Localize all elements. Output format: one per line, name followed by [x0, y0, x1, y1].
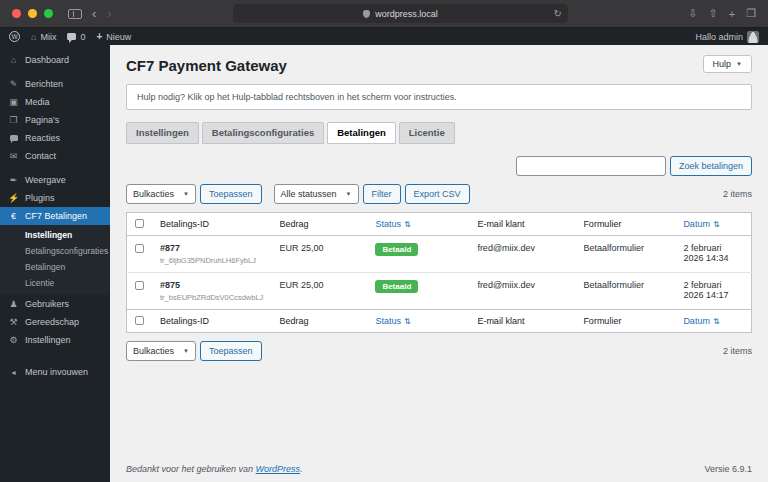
new-content-menu[interactable]: + Nieuw: [96, 31, 131, 42]
tab-betalingen[interactable]: Betalingen: [327, 122, 396, 144]
column-header-betalings-id: Betalings-ID: [152, 213, 271, 236]
payment-id[interactable]: #875: [160, 280, 263, 290]
payment-date: 2 februari 2026 14:17: [675, 273, 751, 310]
sidebar-item-label: Dashboard: [25, 55, 69, 65]
sidebar-item-media[interactable]: Media: [0, 93, 110, 111]
sidebar-item-instellingen[interactable]: Instellingen: [0, 331, 110, 349]
submenu-item-instellingen[interactable]: Instellingen: [0, 227, 110, 243]
tab-overview-icon[interactable]: ❐: [746, 7, 756, 20]
my-account-menu[interactable]: Hallo admin: [695, 31, 759, 43]
site-name-label: Miix: [40, 32, 56, 42]
row-checkbox[interactable]: [135, 244, 144, 253]
column-header-status[interactable]: Status⇅: [367, 213, 469, 236]
column-header-bedrag: Bedrag: [271, 213, 367, 236]
customer-email: fred@miix.dev: [469, 273, 575, 310]
share-icon[interactable]: ⇧: [708, 7, 717, 20]
close-window-button[interactable]: [12, 9, 21, 18]
items-count-bottom: 2 items: [723, 346, 752, 356]
plus-icon: +: [96, 31, 102, 42]
settings-tabs: Instellingen Betalingsconfiguraties Beta…: [126, 122, 752, 144]
chevron-down-icon: ▼: [346, 191, 352, 197]
sidebar-item-cf7-betalingen[interactable]: CF7 Betalingen: [0, 207, 110, 225]
wordpress-link[interactable]: WordPress: [256, 464, 301, 474]
search-submit-button[interactable]: Zoek betalingen: [670, 156, 752, 176]
address-bar[interactable]: wordpress.local ↻: [233, 4, 568, 23]
export-csv-button[interactable]: Export CSV: [405, 184, 470, 204]
comments-menu[interactable]: 0: [67, 32, 85, 42]
search-input[interactable]: [516, 156, 666, 176]
tab-betalingsconfiguraties[interactable]: Betalingsconfiguraties: [202, 122, 324, 144]
bulk-actions-label: Bulkacties: [133, 189, 174, 199]
help-menu-button[interactable]: Hulp ▼: [703, 55, 752, 73]
fullscreen-window-button[interactable]: [44, 9, 53, 18]
dashboard-icon: [8, 55, 19, 65]
transaction-id: tr_6tjbG35PNDruhLH6FybLJ: [160, 256, 263, 265]
sidebar-item-paginas[interactable]: Pagina's: [0, 111, 110, 129]
sort-icon: ⇅: [713, 317, 720, 326]
select-all-checkbox[interactable]: [135, 219, 144, 228]
column-header-datum[interactable]: Datum⇅: [675, 213, 751, 236]
footer-thanks-suffix: .: [300, 464, 303, 474]
sidebar-item-label: Weergave: [25, 175, 66, 185]
payment-id[interactable]: #877: [160, 243, 263, 253]
submenu-item-betalingsconfiguraties[interactable]: Betalingsconfiguraties: [0, 243, 110, 259]
sidebar-item-reacties[interactable]: Reacties: [0, 129, 110, 147]
payments-icon: [8, 211, 19, 221]
back-button[interactable]: ‹: [91, 7, 97, 20]
bulk-actions-select-bottom[interactable]: Bulkacties ▼: [126, 341, 196, 361]
media-icon: [8, 97, 19, 107]
apply-button[interactable]: Toepassen: [200, 184, 262, 204]
sidebar-item-plugins[interactable]: Plugins: [0, 189, 110, 207]
sidebar-item-label: Plugins: [25, 193, 55, 203]
status-badge: Betaald: [375, 243, 418, 256]
browser-sidebar-toggle-icon[interactable]: [68, 9, 82, 19]
sidebar-item-weergave[interactable]: Weergave: [0, 171, 110, 189]
collapse-menu-label: Menu invouwen: [25, 367, 88, 377]
minimize-window-button[interactable]: [28, 9, 37, 18]
downloads-icon[interactable]: ⇩: [688, 7, 697, 20]
comments-icon: [8, 133, 19, 143]
sidebar-item-label: CF7 Betalingen: [25, 211, 87, 221]
sidebar-item-label: Contact: [25, 151, 56, 161]
filter-button[interactable]: Filter: [363, 184, 401, 204]
footer-thanks-text: Bedankt voor het gebruiken van WordPress…: [126, 464, 303, 474]
new-tab-icon[interactable]: +: [729, 8, 735, 20]
site-name-menu[interactable]: ⌂ Miix: [31, 32, 56, 42]
bulk-actions-label: Bulkacties: [133, 346, 174, 356]
collapse-menu-button[interactable]: Menu invouwen: [0, 363, 110, 381]
reload-icon[interactable]: ↻: [554, 8, 562, 19]
users-icon: [8, 299, 19, 309]
home-icon: ⌂: [31, 32, 36, 42]
sidebar-item-label: Berichten: [25, 79, 63, 89]
page-title: CF7 Payment Gateway: [126, 57, 287, 74]
privacy-shield-icon: [363, 10, 370, 18]
url-text: wordpress.local: [375, 9, 438, 19]
transaction-id: tr_bsEUPbZRdDsV0CcsdwbLJ: [160, 293, 263, 302]
greeting-label: Hallo admin: [695, 32, 743, 42]
row-checkbox[interactable]: [135, 281, 144, 290]
tab-licentie[interactable]: Licentie: [399, 122, 455, 144]
tab-instellingen[interactable]: Instellingen: [126, 122, 199, 144]
sidebar-item-gereedschap[interactable]: Gereedschap: [0, 313, 110, 331]
sidebar-item-gebruikers[interactable]: Gebruikers: [0, 295, 110, 313]
submenu-item-betalingen[interactable]: Betalingen: [0, 259, 110, 275]
sidebar-item-dashboard[interactable]: Dashboard: [0, 51, 110, 69]
sidebar-item-berichten[interactable]: Berichten: [0, 75, 110, 93]
table-header-row: Betalings-ID Bedrag Status⇅ E-mail klant…: [127, 213, 752, 236]
wp-logo-menu[interactable]: W: [9, 31, 20, 42]
submenu-item-licentie[interactable]: Licentie: [0, 275, 110, 291]
bulk-actions-select[interactable]: Bulkacties ▼: [126, 184, 196, 204]
tablenav-top: Bulkacties ▼ Toepassen Alle statussen ▼ …: [126, 184, 752, 204]
column-footer-datum[interactable]: Datum⇅: [675, 310, 751, 333]
apply-button-bottom[interactable]: Toepassen: [200, 341, 262, 361]
forward-button[interactable]: ›: [106, 7, 112, 20]
sort-icon: ⇅: [404, 317, 411, 326]
status-badge: Betaald: [375, 280, 418, 293]
sidebar-item-contact[interactable]: Contact: [0, 147, 110, 165]
column-footer-status[interactable]: Status⇅: [367, 310, 469, 333]
status-filter-select[interactable]: Alle statussen ▼: [274, 184, 359, 204]
select-all-checkbox[interactable]: [135, 316, 144, 325]
window-controls: [12, 9, 53, 18]
comments-bubble-icon: [67, 33, 76, 40]
comments-count: 0: [80, 32, 85, 42]
